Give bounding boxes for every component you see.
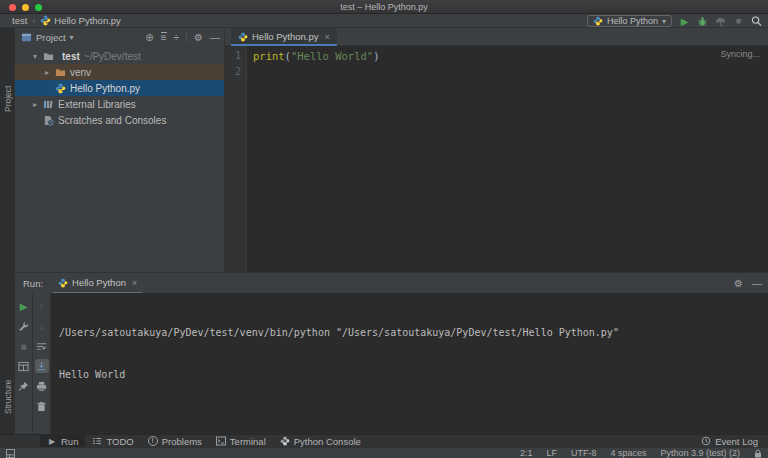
terminal-icon	[216, 436, 226, 446]
run-configuration-select[interactable]: Hello Python ▾	[587, 15, 672, 27]
root-label: test	[62, 51, 80, 62]
toolbar-item-terminal[interactable]: Terminal	[209, 435, 273, 448]
tool-window-switcher-button[interactable]	[6, 449, 15, 458]
editor-code-area[interactable]: print("Hello World")	[247, 46, 379, 272]
tree-item-label: Scratches and Consoles	[58, 115, 166, 126]
collapse-all-button[interactable]: ÷	[174, 32, 180, 43]
close-window-button[interactable]	[9, 4, 16, 11]
clear-console-button[interactable]	[35, 399, 49, 413]
scratches-icon	[43, 115, 54, 126]
run-toolbar-secondary: ↑ ↓	[33, 293, 51, 434]
python-interpreter[interactable]: Python 3.9 (test) (2)	[660, 448, 740, 458]
stripe-project-button[interactable]: Project	[0, 60, 15, 112]
editor-tab-bar: Hello Python.py ×	[225, 28, 768, 46]
bug-icon	[697, 16, 708, 27]
close-tab-icon[interactable]: ×	[132, 278, 137, 288]
python-icon	[58, 278, 68, 288]
chevron-right-icon[interactable]: ▸	[31, 100, 39, 109]
breadcrumb-project[interactable]: test	[12, 15, 27, 26]
print-button[interactable]	[35, 379, 49, 393]
project-panel-title[interactable]: Project ▾	[21, 32, 74, 43]
editor-tab-label: Hello Python.py	[252, 31, 319, 42]
tree-item-external-libraries[interactable]: ▸ External Libraries	[15, 96, 224, 112]
code-editor[interactable]: 1 2 print("Hello World") Syncing...	[225, 46, 768, 272]
pycharm-window: test – Hello Python.py test › Hello Pyth…	[0, 0, 768, 458]
tree-item-file-selected[interactable]: Hello Python.py	[15, 80, 224, 96]
trash-icon	[36, 401, 47, 412]
event-log-label: Event Log	[715, 436, 758, 447]
libraries-icon	[43, 99, 54, 110]
debug-button[interactable]	[697, 16, 708, 27]
tree-item-label: External Libraries	[58, 99, 136, 110]
rerun-button[interactable]: ▶	[17, 299, 31, 313]
tree-item-label: venv	[70, 67, 91, 78]
soft-wrap-button[interactable]	[35, 339, 49, 353]
toolbar-item-run-label: Run	[61, 436, 78, 447]
tool-window-bar: ▶ Run TODO ! Problems Terminal Python Co…	[0, 434, 768, 447]
project-panel-title-label: Project	[36, 32, 66, 43]
pin-tab-button[interactable]	[17, 379, 31, 393]
expand-all-button[interactable]: ≡	[161, 32, 167, 43]
event-log-button[interactable]: Event Log	[701, 436, 768, 447]
stop-process-button[interactable]: ■	[17, 339, 31, 353]
toolbar-item-python-console-label: Python Console	[294, 436, 361, 447]
soft-wrap-icon	[36, 341, 47, 352]
minimize-window-button[interactable]	[22, 4, 29, 11]
pin-icon	[18, 381, 29, 392]
toolbar-item-python-console[interactable]: Python Console	[273, 435, 368, 448]
editor-gutter: 1 2	[225, 46, 247, 272]
todo-icon	[92, 436, 102, 446]
panel-settings-button[interactable]: ⚙	[194, 32, 203, 43]
stop-button[interactable]: ■	[733, 16, 744, 27]
tree-item-root[interactable]: ▾ test test ~/PyDev/test	[15, 48, 224, 64]
caret-position[interactable]: 2:1	[520, 448, 533, 458]
restore-layout-button[interactable]	[17, 359, 31, 373]
run-tab-label: Hello Python	[72, 277, 126, 288]
prev-occurrence-button[interactable]: ↑	[35, 299, 49, 313]
stripe-project-label: Project	[3, 86, 13, 112]
run-toolbar: Hello Python ▾ ▶ ■	[587, 14, 762, 28]
tree-item-scratches[interactable]: Scratches and Consoles	[15, 112, 224, 128]
project-tool-window: Project ▾ ⊕ ≡ ÷ ⚙ — ▾ test test ~/PyDev/…	[15, 28, 225, 272]
chevron-right-icon[interactable]: ▸	[43, 68, 51, 77]
hide-panel-button[interactable]: —	[210, 32, 220, 43]
scroll-to-end-button[interactable]	[35, 359, 49, 373]
breadcrumb-file[interactable]: Hello Python.py	[40, 15, 121, 26]
toolbar-item-run[interactable]: ▶ Run	[40, 435, 85, 448]
console-line: /Users/satoutakuya/PyDev/test/venv/bin/p…	[59, 326, 768, 340]
close-tab-icon[interactable]: ×	[325, 32, 330, 42]
layout-icon	[18, 361, 29, 372]
run-console[interactable]: /Users/satoutakuya/PyDev/test/venv/bin/p…	[51, 293, 768, 434]
tree-item-venv[interactable]: ▸ venv	[15, 64, 224, 80]
next-occurrence-button[interactable]: ↓	[35, 319, 49, 333]
line-separator[interactable]: LF	[546, 448, 557, 458]
toolbar-item-problems[interactable]: ! Problems	[141, 435, 209, 448]
indent-style[interactable]: 4 spaces	[610, 448, 646, 458]
run-tab[interactable]: Hello Python ×	[53, 274, 142, 293]
zoom-window-button[interactable]	[35, 4, 42, 11]
python-console-icon	[280, 436, 290, 446]
string-token: "Hello World"	[291, 50, 373, 62]
breadcrumb-separator-icon: ›	[32, 16, 35, 26]
hide-run-panel-button[interactable]: —	[752, 278, 762, 289]
locate-file-button[interactable]: ⊕	[145, 32, 153, 43]
run-icon: ▶	[47, 436, 57, 446]
editor-tab[interactable]: Hello Python.py ×	[231, 28, 337, 45]
edit-configuration-button[interactable]	[17, 319, 31, 333]
readonly-lock-button[interactable]	[754, 449, 762, 458]
console-line: Hello World	[59, 368, 768, 382]
line-number: 2	[225, 64, 241, 80]
toolbar-item-todo[interactable]: TODO	[85, 435, 140, 448]
sync-status: Syncing...	[720, 49, 760, 59]
chevron-down-icon[interactable]: ▾	[31, 52, 39, 61]
file-encoding[interactable]: UTF-8	[571, 448, 597, 458]
run-tool-window: Run: Hello Python × ⚙ — ▶ ■	[15, 272, 768, 434]
stripe-structure-button[interactable]: Structure	[0, 358, 15, 414]
run-button[interactable]: ▶	[679, 16, 690, 27]
search-everywhere-button[interactable]	[751, 16, 762, 27]
problems-icon: !	[148, 436, 158, 446]
run-with-coverage-button[interactable]	[715, 16, 726, 27]
stripe-structure-label: Structure	[3, 380, 13, 415]
scroll-to-end-icon	[36, 361, 47, 372]
run-panel-settings-button[interactable]: ⚙	[734, 278, 743, 289]
